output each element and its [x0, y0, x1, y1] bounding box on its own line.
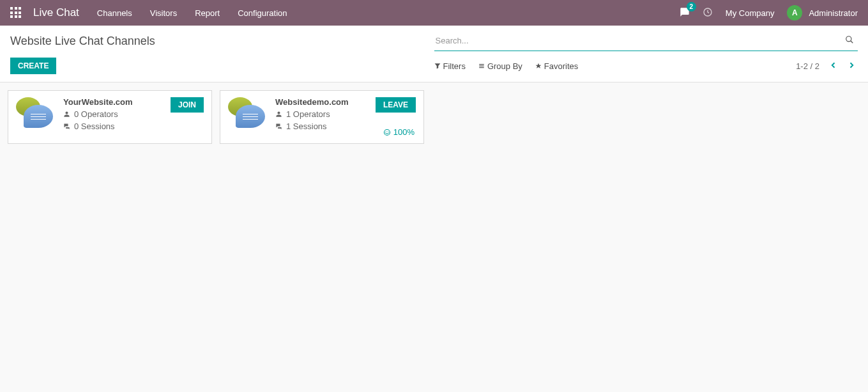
- svg-point-2: [384, 129, 390, 135]
- avatar: A: [787, 5, 802, 20]
- company-selector[interactable]: My Company: [726, 8, 775, 18]
- message-count-badge: 2: [687, 2, 696, 12]
- breadcrumb: Website Live Chat Channels: [10, 35, 422, 48]
- user-icon: [275, 111, 282, 118]
- svg-point-1: [846, 36, 851, 42]
- star-icon: [535, 63, 542, 69]
- groupby-dropdown[interactable]: Group By: [478, 61, 522, 71]
- pager-next-button[interactable]: [845, 60, 858, 72]
- rating-badge: 100%: [383, 127, 415, 137]
- kanban-view: YourWebsite.com 0 Operators 0 Sessions J…: [0, 82, 868, 152]
- top-navbar: Live Chat Channels Visitors Report Confi…: [0, 0, 868, 26]
- user-menu[interactable]: A Administrator: [787, 5, 858, 20]
- channel-chat-icon: [16, 97, 56, 137]
- nav-visitors[interactable]: Visitors: [150, 8, 177, 18]
- nav-channels[interactable]: Channels: [97, 8, 132, 18]
- operators-text: 0 Operators: [74, 109, 118, 119]
- channel-chat-icon: [228, 97, 268, 137]
- apps-icon[interactable]: [10, 7, 22, 19]
- channel-card[interactable]: Websitedemo.com 1 Operators 1 Sessions L…: [220, 90, 424, 144]
- messages-icon[interactable]: 2: [680, 7, 690, 19]
- create-button[interactable]: CREATE: [10, 58, 56, 74]
- activities-icon[interactable]: [703, 7, 713, 19]
- search-button[interactable]: [842, 35, 857, 46]
- nav-configuration[interactable]: Configuration: [238, 8, 287, 18]
- chevron-right-icon: [848, 61, 855, 69]
- search-container: [434, 31, 858, 51]
- control-panel: Website Live Chat Channels CREATE Filter…: [0, 26, 868, 82]
- list-icon: [478, 63, 485, 69]
- sessions-text: 0 Sessions: [74, 122, 115, 131]
- app-title[interactable]: Live Chat: [33, 6, 79, 19]
- user-icon: [63, 111, 70, 118]
- comments-icon: [275, 123, 282, 130]
- operators-text: 1 Operators: [286, 109, 330, 119]
- nav-report[interactable]: Report: [195, 8, 220, 18]
- join-button[interactable]: JOIN: [171, 97, 204, 113]
- search-input[interactable]: [436, 33, 843, 48]
- filters-dropdown[interactable]: Filters: [434, 61, 466, 71]
- smile-icon: [383, 129, 391, 136]
- nav-menu: Channels Visitors Report Configuration: [97, 8, 287, 18]
- pager: 1-2 / 2: [796, 60, 858, 72]
- chevron-left-icon: [830, 61, 837, 69]
- comments-icon: [63, 123, 70, 130]
- leave-button[interactable]: LEAVE: [376, 97, 416, 113]
- filter-icon: [434, 63, 441, 69]
- groupby-label: Group By: [487, 61, 522, 71]
- pager-text[interactable]: 1-2 / 2: [796, 61, 819, 71]
- rating-text: 100%: [393, 127, 415, 137]
- navbar-left: Live Chat Channels Visitors Report Confi…: [10, 6, 287, 19]
- pager-prev-button[interactable]: [827, 60, 840, 72]
- filters-label: Filters: [443, 61, 466, 71]
- navbar-right: 2 My Company A Administrator: [680, 5, 858, 20]
- favorites-dropdown[interactable]: Favorites: [535, 61, 578, 71]
- channel-card[interactable]: YourWebsite.com 0 Operators 0 Sessions J…: [8, 90, 212, 144]
- sessions-text: 1 Sessions: [286, 122, 327, 131]
- sessions-row: 0 Sessions: [63, 122, 204, 131]
- username-label: Administrator: [809, 8, 858, 18]
- favorites-label: Favorites: [544, 61, 578, 71]
